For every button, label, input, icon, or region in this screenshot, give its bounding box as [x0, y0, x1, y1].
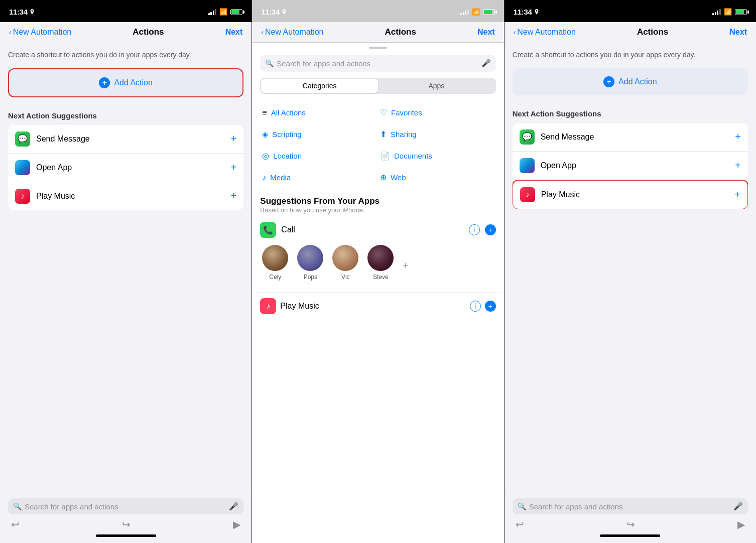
add-play-music-btn-1[interactable]: + [231, 190, 237, 202]
segment-categories[interactable]: Categories [261, 79, 378, 93]
undo-icon-1[interactable]: ↩ [11, 518, 20, 530]
status-icons-2: 📶 [460, 8, 495, 16]
toolbar-row-1: ↩ ↪ ▶ [8, 514, 243, 532]
category-documents[interactable]: 📄 Documents [378, 145, 496, 167]
avatar-pops [297, 245, 323, 271]
music-icon-3: ♪ [520, 187, 535, 202]
nav-bar-2: ‹ New Automation Actions Next [252, 22, 503, 43]
suggestion-send-message-1[interactable]: 💬 Send Message + [8, 125, 243, 154]
add-send-message-btn-1[interactable]: + [231, 133, 237, 145]
search-icon-2: 🔍 [265, 59, 274, 67]
plus-circle-icon-3: + [603, 76, 614, 87]
back-button-3[interactable]: ‹ New Automation [514, 28, 576, 37]
add-action-label-3: Add Action [618, 77, 657, 86]
section-title-3: Next Action Suggestions [513, 109, 748, 118]
category-scripting[interactable]: ◈ Scripting [260, 123, 378, 145]
back-label-2: New Automation [265, 28, 324, 37]
add-action-label-1: Add Action [114, 78, 153, 87]
battery-icon-3 [735, 9, 747, 15]
status-bar-2: 11:34 📶 [252, 0, 503, 22]
more-contacts-btn[interactable]: + [403, 260, 409, 272]
redo-icon-1[interactable]: ↪ [122, 518, 131, 530]
subtitle-1: Create a shortcut to actions you do in y… [8, 50, 243, 60]
redo-icon-3[interactable]: ↪ [626, 518, 635, 530]
signal-bars-2 [460, 9, 469, 15]
contact-steve[interactable]: Steve [367, 245, 394, 281]
call-action-row: 📞 Call i + [260, 222, 495, 238]
add-send-message-btn-3[interactable]: + [735, 131, 741, 143]
home-indicator-1 [96, 534, 156, 537]
all-actions-label: All Actions [271, 108, 306, 117]
back-button-2[interactable]: ‹ New Automation [261, 28, 323, 37]
add-action-button-1[interactable]: + Add Action [8, 68, 243, 97]
next-button-3[interactable]: Next [729, 28, 747, 37]
messages-icon-1: 💬 [15, 131, 30, 147]
category-media[interactable]: ♪ Media [260, 167, 378, 188]
contact-pops[interactable]: Pops [297, 245, 323, 281]
nav-title-1: Actions [133, 27, 164, 37]
chevron-left-icon-1: ‹ [9, 28, 12, 36]
segment-apps[interactable]: Apps [378, 79, 495, 93]
search-bar-3[interactable]: 🔍 Search for apps and actions 🎤 [513, 498, 748, 514]
back-button-1[interactable]: ‹ New Automation [9, 28, 71, 37]
next-button-2[interactable]: Next [477, 28, 495, 37]
mic-icon-3: 🎤 [733, 502, 743, 511]
contact-cely[interactable]: Cely [262, 245, 288, 281]
screen-1: 11:34 📶 ‹ New Automation [0, 0, 251, 543]
search-bar-1[interactable]: 🔍 Search for apps and actions 🎤 [8, 498, 243, 514]
add-open-app-btn-3[interactable]: + [735, 160, 741, 171]
nav-title-2: Actions [385, 27, 416, 37]
info-button-music[interactable]: i [470, 301, 481, 312]
suggestion-play-music-1[interactable]: ♪ Play Music + [8, 182, 243, 210]
contacts-row: Cely Pops Vic Steve + [260, 245, 495, 281]
add-music-btn-modal[interactable]: + [485, 301, 496, 312]
play-icon-1[interactable]: ▶ [233, 518, 240, 530]
contact-vic[interactable]: Vic [332, 245, 358, 281]
add-play-music-btn-3[interactable]: + [734, 189, 740, 200]
suggestion-open-app-3[interactable]: Open App + [513, 152, 748, 180]
call-icon: 📞 [260, 222, 276, 238]
play-music-partial-row[interactable]: ♪ Play Music i + [252, 293, 503, 319]
screens-container: 11:34 📶 ‹ New Automation [0, 0, 756, 543]
chevron-left-icon-3: ‹ [514, 28, 516, 36]
play-icon-3[interactable]: ▶ [737, 518, 745, 530]
wifi-icon-3: 📶 [724, 8, 732, 16]
category-location[interactable]: ◎ Location [260, 145, 378, 167]
nav-title-3: Actions [637, 27, 668, 37]
search-icon-1: 🔍 [13, 502, 22, 510]
avatar-cely [262, 245, 288, 271]
suggestion-name-open-app-1: Open App [36, 163, 231, 172]
favorites-label: Favorites [391, 108, 422, 117]
category-favorites[interactable]: ♡ Favorites [378, 102, 496, 123]
suggestion-list-3: 💬 Send Message + Open App + [513, 123, 748, 209]
add-open-app-btn-1[interactable]: + [231, 162, 237, 173]
add-action-button-3[interactable]: + Add Action [513, 68, 748, 95]
category-all-actions[interactable]: ≡ All Actions [260, 102, 378, 123]
content-1: Create a shortcut to actions you do in y… [0, 42, 251, 493]
suggestion-send-message-3[interactable]: 💬 Send Message + [513, 123, 748, 152]
search-bar-top-2[interactable]: 🔍 Search for apps and actions 🎤 [260, 55, 495, 72]
chevron-left-icon-2: ‹ [261, 28, 264, 36]
undo-icon-3[interactable]: ↩ [516, 518, 524, 530]
content-3: Create a shortcut to actions you do in y… [505, 42, 756, 493]
suggestion-open-app-1[interactable]: Open App + [8, 154, 243, 182]
all-actions-icon: ≡ [262, 108, 267, 117]
nav-bar-1: ‹ New Automation Actions Next [0, 22, 251, 42]
category-sharing[interactable]: ⬆ Sharing [378, 123, 496, 145]
suggestions-title: Suggestions From Your Apps [260, 196, 495, 206]
contact-name-cely: Cely [269, 274, 281, 281]
suggestions-subtitle: Based on how you use your iPhone. [260, 206, 495, 214]
openapp-icon-1 [15, 160, 30, 175]
suggestion-play-music-3[interactable]: ♪ Play Music + [513, 180, 748, 209]
signal-bars-3 [712, 9, 721, 15]
battery-icon-1 [230, 9, 242, 15]
next-button-1[interactable]: Next [225, 28, 243, 37]
search-placeholder-1: Search for apps and actions [25, 502, 226, 511]
documents-icon: 📄 [380, 151, 390, 161]
info-button-call[interactable]: i [469, 224, 480, 235]
modal-handle [369, 47, 387, 49]
add-call-btn[interactable]: + [485, 224, 496, 235]
call-label: Call [281, 225, 468, 234]
status-time-1: 11:34 [9, 8, 35, 16]
category-web[interactable]: ⊕ Web [378, 167, 496, 188]
